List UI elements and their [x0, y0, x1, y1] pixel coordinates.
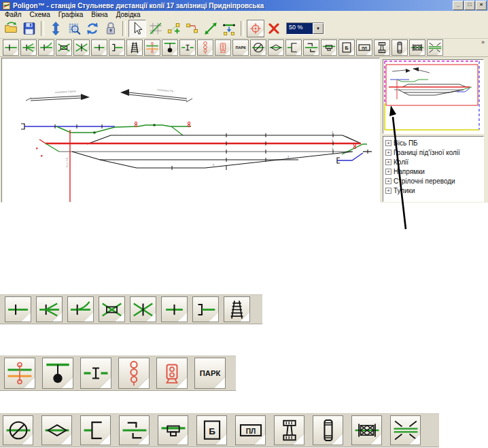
main-area: напрямок Сумненапрямок РмВісь ПБ21345 +В… — [0, 57, 488, 203]
tool-building-b-button[interactable]: Б — [196, 415, 227, 445]
tool-turnout-double-button[interactable] — [20, 39, 37, 56]
menu-scheme[interactable]: Схема — [26, 11, 54, 18]
tool-signal-lights-button[interactable] — [197, 39, 213, 56]
tool-turnout-curved-button[interactable] — [38, 39, 54, 56]
tool-crossing-x-button[interactable] — [130, 296, 156, 322]
zoom-grid-button[interactable] — [65, 20, 83, 37]
vertices-button[interactable] — [184, 20, 201, 37]
tool-narrowing-button[interactable] — [427, 39, 443, 56]
tool-platform-low-button[interactable] — [158, 415, 188, 445]
tool-crossing-rect-button[interactable] — [99, 296, 125, 322]
toolbar-overflow-chevron[interactable]: » — [481, 39, 485, 46]
maximize-button[interactable]: □ — [464, 1, 475, 10]
tree-item-0[interactable]: +Вісь ПБ — [383, 138, 483, 148]
tool-diamond-marker-button[interactable] — [41, 415, 72, 445]
overview-map[interactable] — [383, 59, 484, 134]
tool-turnout-double-button[interactable] — [36, 296, 63, 322]
tool-platform-side-button[interactable] — [80, 415, 111, 445]
tool-track-section-button[interactable] — [91, 39, 107, 56]
pointer-button[interactable] — [128, 20, 146, 37]
tool-turnout-single-button[interactable] — [5, 296, 31, 322]
tool-crossing-rect-button[interactable] — [56, 39, 72, 56]
measure-button[interactable] — [202, 20, 220, 37]
fit-vertical-button[interactable] — [47, 20, 65, 37]
close-button[interactable]: × — [476, 1, 487, 10]
tool-crossing-x-button[interactable] — [73, 39, 90, 56]
zoom-dropdown-button[interactable]: ▾ — [313, 23, 324, 34]
tool-platform-double-button[interactable] — [303, 39, 319, 56]
tool-track-section-button[interactable] — [161, 296, 188, 322]
tool-bridge-button[interactable] — [374, 39, 390, 56]
target-button[interactable] — [247, 20, 264, 37]
svg-text:Б: Б — [345, 46, 348, 51]
tool-no-entry-button[interactable] — [250, 39, 266, 56]
schematic-canvas[interactable]: напрямок Сумненапрямок РмВісь ПБ21345 — [1, 58, 380, 203]
open-button[interactable] — [2, 20, 20, 37]
tool-building-b-button[interactable]: Б — [338, 39, 355, 56]
tree-item-4[interactable]: +Стрілочні переводи — [383, 176, 483, 186]
tool-dead-end-button[interactable] — [109, 39, 125, 56]
tool-track-ladder-button[interactable] — [126, 39, 143, 56]
refresh-button[interactable] — [84, 20, 101, 37]
svg-text:4: 4 — [287, 155, 290, 158]
platform-pl-icon: ПЛ — [238, 417, 264, 443]
tool-truss-bridge-button[interactable] — [351, 415, 382, 445]
distribute-button[interactable] — [220, 20, 238, 37]
menu-help[interactable]: Довідка — [112, 11, 145, 18]
tool-level-crossing-button[interactable] — [144, 39, 160, 56]
tree-item-1[interactable]: +Границі під'їзної колії — [383, 148, 483, 157]
tool-dead-end-button[interactable] — [192, 296, 219, 322]
tool-no-entry-button[interactable] — [3, 415, 33, 445]
tool-narrowing-button[interactable] — [390, 415, 421, 445]
expand-plus-icon[interactable]: + — [385, 169, 391, 175]
zoom-value: 50 % — [287, 23, 313, 34]
menu-file[interactable]: Файл — [1, 11, 26, 18]
tool-platform-side-button[interactable] — [285, 39, 302, 56]
tool-insulated-joint-button[interactable] — [179, 39, 196, 56]
tool-truss-bridge-button[interactable] — [409, 39, 425, 56]
platform-side-icon — [83, 417, 109, 443]
tool-platform-low-button[interactable] — [321, 39, 337, 56]
save-button[interactable] — [20, 20, 38, 37]
enlarged-toolbar-strip-objects: БПЛ — [0, 413, 439, 447]
platform-low-icon — [160, 417, 186, 443]
tool-level-crossing-button[interactable] — [4, 358, 35, 389]
zoom-combobox[interactable]: 50 %▾ — [286, 22, 324, 35]
expand-plus-icon[interactable]: + — [385, 178, 391, 184]
tool-platform-double-button[interactable] — [119, 415, 150, 445]
lock-button[interactable] — [102, 20, 120, 37]
expand-plus-icon[interactable]: + — [385, 140, 391, 146]
tool-platform-pl-button[interactable]: ПЛ — [356, 39, 372, 56]
tool-turnout-single-button[interactable] — [3, 39, 19, 56]
tool-signal-mast-button[interactable] — [42, 358, 73, 389]
tool-signal-mast-button[interactable] — [162, 39, 178, 56]
tree-item-3[interactable]: +Напрямки — [383, 167, 483, 176]
menu-windows[interactable]: Вікна — [87, 11, 111, 18]
svg-text:Б: Б — [209, 426, 215, 436]
tool-signal-lights-button[interactable] — [118, 358, 150, 389]
tool-tunnel-button[interactable] — [313, 415, 343, 445]
axis-cross-button[interactable] — [147, 20, 164, 37]
tool-insulated-joint-button[interactable] — [80, 358, 111, 389]
expand-plus-icon[interactable]: + — [385, 159, 391, 165]
delete-button[interactable] — [265, 20, 283, 37]
tool-semaphore-button[interactable] — [156, 358, 188, 389]
tree-item-2[interactable]: +Колії — [383, 157, 483, 167]
expand-plus-icon[interactable]: + — [385, 150, 391, 156]
menu-graphics[interactable]: Графіка — [54, 11, 88, 18]
add-vertex-button[interactable] — [165, 20, 183, 37]
tool-park-button[interactable]: ПАРК — [194, 358, 226, 389]
expand-plus-icon[interactable]: + — [385, 188, 391, 194]
tool-tunnel-button[interactable] — [391, 39, 408, 56]
tool-semaphore-button[interactable] — [215, 39, 231, 56]
tree-item-5[interactable]: +Тупики — [383, 186, 483, 195]
tool-track-ladder-button[interactable] — [224, 296, 250, 322]
tool-diamond-marker-button[interactable] — [268, 39, 284, 56]
turnout-double-icon — [22, 41, 35, 54]
tool-platform-pl-button[interactable]: ПЛ — [235, 415, 266, 445]
title-bar[interactable]: Poligon™ - станція Стульневе дистанції к… — [0, 0, 488, 11]
tool-park-button[interactable]: ПАРК — [232, 39, 249, 56]
tool-turnout-curved-button[interactable] — [67, 296, 94, 322]
tool-bridge-button[interactable] — [274, 415, 304, 445]
minimize-button[interactable]: _ — [453, 1, 464, 10]
